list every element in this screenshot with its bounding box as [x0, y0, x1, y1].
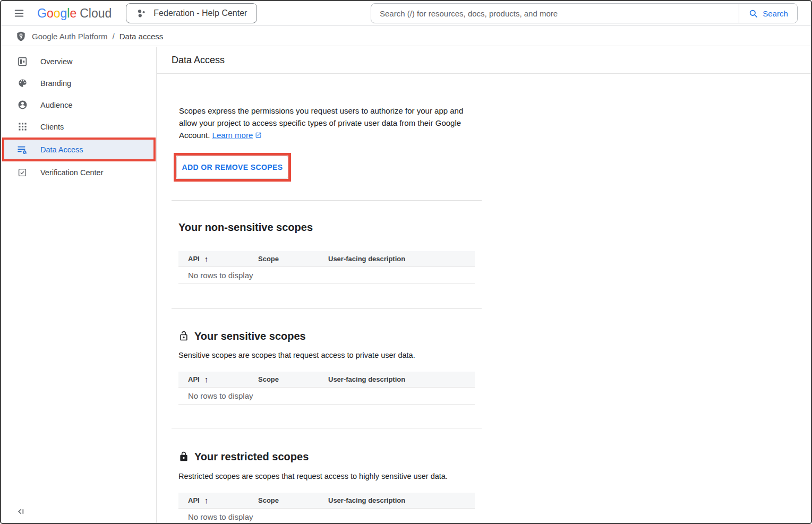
- search-button-label: Search: [763, 9, 788, 18]
- table-header-row: API ↑ Scope User-facing description: [178, 493, 475, 509]
- breadcrumb-separator: /: [113, 32, 115, 41]
- apps-grid-icon: [17, 122, 28, 132]
- learn-more-label: Learn more: [212, 131, 253, 140]
- column-label: User-facing description: [328, 375, 405, 383]
- column-header-api[interactable]: API ↑: [178, 254, 249, 263]
- section-heading-sensitive: Your sensitive scopes: [178, 330, 811, 342]
- empty-table-message: No rows to display: [178, 388, 475, 405]
- main-content: Data Access Scopes express the permissio…: [157, 47, 811, 523]
- list-gear-icon: [17, 144, 28, 155]
- section-heading-label: Your non-sensitive scopes: [178, 221, 313, 234]
- column-label: Scope: [258, 375, 279, 383]
- add-or-remove-scopes-button[interactable]: ADD OR REMOVE SCOPES: [176, 156, 288, 179]
- sidebar-item-label: Audience: [40, 101, 72, 109]
- column-header-api[interactable]: API ↑: [178, 375, 249, 384]
- sidebar-item-label: Clients: [40, 123, 64, 131]
- overview-icon: [17, 56, 28, 67]
- lock-open-icon: [178, 331, 189, 341]
- browser-viewport: Google Cloud Federation - Help Center: [0, 0, 812, 524]
- google-wordmark: Google: [37, 6, 76, 21]
- checkbox-icon: [17, 167, 28, 178]
- global-search: Search: [371, 3, 798, 23]
- column-header-scope[interactable]: Scope: [249, 375, 319, 383]
- section-heading-non-sensitive: Your non-sensitive scopes: [178, 221, 811, 234]
- sensitive-scopes-table: API ↑ Scope User-facing description No r…: [178, 372, 475, 405]
- restricted-scopes-description: Restricted scopes are scopes that reques…: [178, 472, 811, 481]
- column-header-scope[interactable]: Scope: [249, 496, 319, 504]
- annotation-box-data-access: Data Access: [2, 138, 156, 161]
- section-heading-label: Your sensitive scopes: [194, 330, 306, 342]
- column-header-api[interactable]: API ↑: [178, 496, 249, 505]
- person-icon: [17, 100, 28, 110]
- annotation-box-add-scopes: ADD OR REMOVE SCOPES: [174, 153, 291, 182]
- column-header-scope[interactable]: Scope: [249, 255, 319, 263]
- lock-closed-icon: [178, 451, 189, 462]
- column-label: Scope: [258, 496, 279, 504]
- empty-table-message: No rows to display: [178, 267, 475, 284]
- column-header-description[interactable]: User-facing description: [319, 375, 475, 383]
- project-selector-label: Federation - Help Center: [153, 8, 247, 18]
- search-icon: [748, 8, 758, 19]
- auth-platform-shield-key-icon: [15, 31, 27, 42]
- top-bar: Google Cloud Federation - Help Center: [1, 1, 811, 26]
- breadcrumb: Google Auth Platform / Data access: [1, 27, 811, 46]
- sort-ascending-icon: ↑: [204, 496, 209, 505]
- section-divider: [172, 200, 482, 201]
- column-label: API: [188, 496, 200, 504]
- sidebar-item-overview[interactable]: Overview: [1, 50, 156, 72]
- sidebar-item-branding[interactable]: Branding: [1, 72, 156, 94]
- column-label: User-facing description: [328, 496, 405, 504]
- section-divider: [172, 308, 482, 309]
- sort-ascending-icon: ↑: [204, 254, 209, 263]
- collapse-sidebar-icon[interactable]: [16, 506, 25, 516]
- sidebar-item-label: Overview: [40, 57, 72, 66]
- table-header-row: API ↑ Scope User-facing description: [178, 372, 475, 388]
- sort-ascending-icon: ↑: [204, 375, 209, 384]
- google-cloud-logo[interactable]: Google Cloud: [37, 6, 112, 21]
- sidebar-item-verification-center[interactable]: Verification Center: [1, 161, 156, 183]
- project-icon: [136, 8, 147, 19]
- sensitive-scopes-description: Sensitive scopes are scopes that request…: [178, 351, 811, 360]
- external-link-icon: [255, 130, 262, 142]
- palette-icon: [17, 78, 28, 89]
- left-nav: Overview Branding Audience: [1, 47, 157, 523]
- scopes-intro-text: Scopes express the permissions you reque…: [179, 105, 476, 142]
- column-label: Scope: [258, 255, 279, 263]
- column-label: API: [188, 375, 200, 383]
- sidebar-item-audience[interactable]: Audience: [1, 94, 156, 116]
- search-button[interactable]: Search: [739, 4, 797, 23]
- section-divider: [172, 428, 482, 428]
- project-selector-button[interactable]: Federation - Help Center: [126, 3, 257, 23]
- empty-table-message: No rows to display: [178, 509, 475, 523]
- sidebar-item-data-access[interactable]: Data Access: [4, 140, 153, 159]
- column-header-description[interactable]: User-facing description: [319, 255, 475, 263]
- sidebar-item-label: Data Access: [40, 145, 83, 154]
- breadcrumb-root[interactable]: Google Auth Platform: [32, 32, 108, 41]
- sidebar-item-label: Branding: [40, 79, 71, 88]
- sidebar-item-label: Verification Center: [40, 168, 103, 177]
- column-label: API: [188, 255, 200, 263]
- search-input[interactable]: [371, 4, 739, 23]
- table-header-row: API ↑ Scope User-facing description: [178, 251, 475, 267]
- breadcrumb-current: Data access: [119, 32, 164, 41]
- non-sensitive-scopes-table: API ↑ Scope User-facing description No r…: [178, 251, 475, 284]
- section-heading-label: Your restricted scopes: [194, 450, 309, 463]
- restricted-scopes-table: API ↑ Scope User-facing description No r…: [178, 493, 475, 523]
- learn-more-link[interactable]: Learn more: [212, 131, 253, 140]
- page-title: Data Access: [157, 47, 811, 74]
- column-header-description[interactable]: User-facing description: [319, 496, 475, 504]
- hamburger-menu-icon[interactable]: [13, 7, 25, 20]
- column-label: User-facing description: [328, 255, 405, 263]
- cloud-wordmark: Cloud: [80, 6, 112, 21]
- sidebar-item-clients[interactable]: Clients: [1, 116, 156, 138]
- section-heading-restricted: Your restricted scopes: [178, 450, 811, 463]
